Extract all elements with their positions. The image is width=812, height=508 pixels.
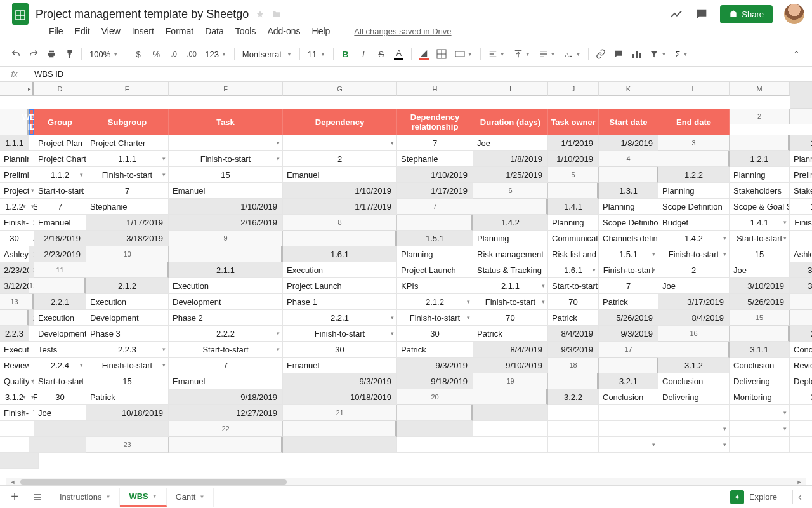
decrease-decimal-button[interactable]: .0 <box>166 46 182 62</box>
cell-group[interactable]: Execution <box>86 294 169 310</box>
row-header-12[interactable]: 12 <box>29 278 34 294</box>
cell-wbs[interactable]: 2.2.3 <box>0 326 29 342</box>
cell-start[interactable]: 10/18/2019 <box>86 405 169 421</box>
cell-empty[interactable] <box>473 405 548 421</box>
cell-rel[interactable]: Start-to-start <box>548 278 599 294</box>
cell-dur[interactable]: 7 <box>599 278 658 294</box>
column-header-D[interactable]: D <box>34 82 86 96</box>
saved-status[interactable]: All changes saved in Drive <box>350 25 455 38</box>
cell-wbs[interactable]: 2.2.1 <box>34 294 86 310</box>
cell-end[interactable]: 12/27/2019 <box>169 405 283 421</box>
cell-dur[interactable]: 7 <box>790 231 812 246</box>
cell-group[interactable]: Conclusion <box>658 373 730 389</box>
cell-empty[interactable] <box>599 437 658 453</box>
cell-group[interactable]: Planning <box>730 167 790 183</box>
bold-button[interactable]: B <box>337 46 354 62</box>
cell-rel[interactable]: Start-to-start <box>730 231 790 246</box>
cell-sub[interactable]: Scope Definition <box>658 199 730 215</box>
cell-dep[interactable]: 1.3.1 <box>790 199 812 215</box>
cell-rel[interactable]: Finish-to-start <box>0 215 29 231</box>
print-button[interactable] <box>43 46 60 62</box>
cell-dur[interactable]: 70 <box>473 310 548 326</box>
percent-button[interactable]: % <box>148 46 164 62</box>
cell-wbs[interactable]: 2.1.1 <box>169 262 283 278</box>
cell-owner[interactable]: Joe <box>730 262 790 278</box>
cell-dep[interactable]: 2.2.3 <box>86 342 169 358</box>
cell-task[interactable]: Phase 2 <box>169 310 283 326</box>
rotate-text-button[interactable]: A▼ <box>560 50 584 58</box>
column-header-G[interactable]: G <box>283 82 397 96</box>
menu-add-ons[interactable]: Add-ons <box>263 24 304 38</box>
cell-task[interactable]: Project Charter Revisions <box>34 151 86 167</box>
row-header-19[interactable]: 19 <box>473 373 548 389</box>
cell-group[interactable]: Planning <box>658 183 730 199</box>
cell-task[interactable]: Quality Deliverables <box>0 373 29 389</box>
cell-dur[interactable]: 7 <box>34 199 86 215</box>
cell-dep[interactable]: 2.2.2 <box>169 326 283 342</box>
row-header-2[interactable]: 2 <box>730 109 790 124</box>
table-header-group[interactable]: Group <box>34 109 86 135</box>
cell-owner[interactable]: Patrick <box>397 342 473 358</box>
cell-empty[interactable] <box>397 421 473 437</box>
spreadsheet-grid[interactable]: DEFGHIJKLM1WBS IDGroupSubgroupTaskDepend… <box>0 82 812 469</box>
cell-empty[interactable] <box>658 405 730 421</box>
cell-empty[interactable] <box>86 421 169 437</box>
link-button[interactable] <box>593 46 609 62</box>
menu-help[interactable]: Help <box>308 24 335 38</box>
row-header-3[interactable]: 3 <box>658 135 730 151</box>
cell-wbs[interactable]: 1.3.1 <box>599 183 658 199</box>
cell-group[interactable]: Execution <box>283 262 397 278</box>
cell-dep[interactable]: 1.4.2 <box>658 231 730 246</box>
cell-owner[interactable]: Patrick <box>86 389 169 405</box>
cell-group[interactable]: Conclusion <box>790 342 812 358</box>
cell-sub[interactable]: Preliminary Scope Plan <box>0 167 29 183</box>
cell-empty[interactable] <box>473 437 548 453</box>
row-header-15[interactable]: 15 <box>730 310 790 326</box>
table-header-start-date[interactable]: Start date <box>599 109 658 135</box>
undo-button[interactable] <box>8 46 24 62</box>
row-header-21[interactable]: 21 <box>283 405 397 421</box>
cell-rel[interactable]: Finish-to-start <box>658 246 730 262</box>
cell-owner[interactable]: Patrick <box>473 326 548 342</box>
cell-sub[interactable]: Delivering <box>730 373 790 389</box>
row-header-6[interactable]: 6 <box>473 183 548 199</box>
cell-end[interactable]: 3/12/2019 <box>0 278 29 294</box>
cell-task[interactable]: Status & Tracking <box>473 262 548 278</box>
cell-end[interactable]: 1/17/2019 <box>283 199 397 215</box>
cell-wbs[interactable]: 2.2.4 <box>790 326 812 342</box>
cell-owner[interactable]: Stephanie <box>397 151 473 167</box>
h-align-button[interactable]: ▼ <box>485 50 509 58</box>
cell-empty[interactable] <box>0 437 29 453</box>
functions-button[interactable]: Σ▼ <box>671 50 691 59</box>
select-all-corner[interactable] <box>0 82 29 96</box>
cell-start[interactable]: 9/3/2019 <box>397 358 473 373</box>
cell-empty[interactable] <box>34 437 86 453</box>
cell-end[interactable]: 9/3/2019 <box>548 342 599 358</box>
cell-dur[interactable]: 15 <box>86 373 169 389</box>
column-header-E[interactable]: E <box>86 82 169 96</box>
cell-end[interactable]: 1/8/2019 <box>599 135 658 151</box>
cell-group[interactable]: Conclusion <box>599 389 658 405</box>
cell-dep[interactable]: 2.1.2 <box>397 294 473 310</box>
cell-dur[interactable]: 15 <box>169 167 283 183</box>
cell-group[interactable]: Planning <box>599 199 658 215</box>
cell-empty[interactable] <box>548 405 599 421</box>
cell-wbs[interactable]: 1.2.2 <box>658 167 730 183</box>
cell-start[interactable]: 2/23/2019 <box>0 262 29 278</box>
borders-button[interactable] <box>433 46 450 62</box>
cell-empty[interactable] <box>599 421 658 437</box>
filter-button[interactable]: ▼ <box>646 50 670 58</box>
cell-task[interactable]: Risk list and calculations <box>548 246 599 262</box>
cell-group[interactable]: Planning <box>397 246 473 262</box>
menu-data[interactable]: Data <box>200 24 228 38</box>
cell-owner[interactable]: Stephanie <box>86 199 169 215</box>
row-header-20[interactable]: 20 <box>397 389 473 405</box>
cell-dep[interactable]: 1.6.1 <box>548 262 599 278</box>
cell-sub[interactable]: Development <box>169 294 283 310</box>
cell-dep[interactable]: 3.1.2 <box>0 389 29 405</box>
cell-empty[interactable] <box>790 421 812 437</box>
horizontal-scrollbar[interactable] <box>19 478 793 485</box>
cell-owner[interactable]: Patrick <box>599 294 658 310</box>
zoom-select[interactable]: 100%▼ <box>86 50 122 59</box>
menu-insert[interactable]: Insert <box>128 24 159 38</box>
